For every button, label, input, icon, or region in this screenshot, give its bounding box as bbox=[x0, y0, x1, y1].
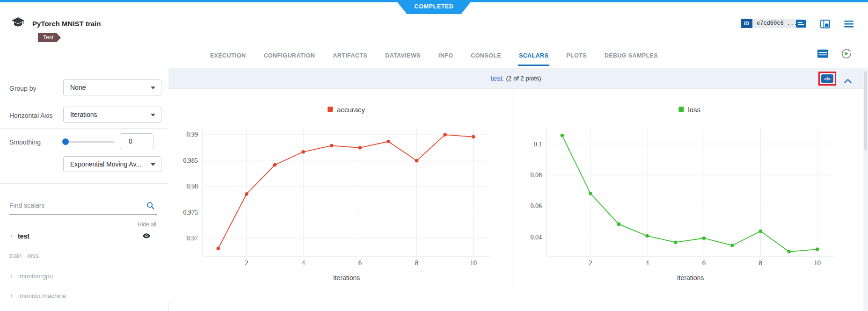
data-point[interactable] bbox=[301, 150, 305, 154]
svg-text:6: 6 bbox=[358, 259, 362, 267]
legend-item[interactable]: accuracy bbox=[328, 106, 365, 114]
svg-text:6: 6 bbox=[702, 259, 706, 267]
svg-text:4: 4 bbox=[645, 259, 649, 267]
svg-text:0.04: 0.04 bbox=[531, 234, 542, 241]
plot-group-title[interactable]: test bbox=[491, 74, 503, 83]
divider bbox=[0, 183, 168, 184]
sidebar-item-test[interactable]: › test bbox=[0, 231, 168, 243]
tab-execution[interactable]: EXECUTION bbox=[209, 45, 247, 65]
svg-text:4: 4 bbox=[301, 259, 305, 267]
data-point[interactable] bbox=[674, 240, 678, 244]
tab-bar: EXECUTION CONFIGURATION ARTIFACTS DATAVI… bbox=[0, 45, 868, 66]
data-point[interactable] bbox=[561, 134, 564, 137]
chevron-up-icon[interactable] bbox=[844, 77, 852, 85]
side-panel-icon[interactable] bbox=[820, 20, 830, 30]
experiment-id[interactable]: ID e7cd60c6 ... bbox=[741, 19, 801, 28]
scalar-search bbox=[9, 199, 157, 215]
sidebar-item-monitor-machine[interactable]: › :monitor:machine bbox=[0, 291, 168, 303]
chevron-down-icon bbox=[151, 114, 155, 116]
data-point[interactable] bbox=[816, 247, 819, 251]
svg-text:10: 10 bbox=[470, 259, 477, 267]
tab-console[interactable]: CONSOLE bbox=[470, 45, 502, 65]
eye-icon[interactable] bbox=[142, 232, 151, 241]
data-point[interactable] bbox=[217, 247, 220, 251]
menu-icon[interactable] bbox=[844, 21, 853, 29]
data-point[interactable] bbox=[415, 159, 419, 163]
chevron-right-icon[interactable]: › bbox=[10, 272, 13, 280]
plot-group-count: (2 of 2 plots) bbox=[506, 75, 541, 82]
smoothing-value-input[interactable] bbox=[120, 133, 153, 149]
divider bbox=[168, 302, 863, 302]
series-line[interactable] bbox=[218, 135, 473, 248]
svg-text:0.06: 0.06 bbox=[531, 203, 542, 210]
data-point[interactable] bbox=[330, 144, 334, 148]
tree-item-label: test bbox=[18, 232, 29, 240]
tab-info[interactable]: INFO bbox=[438, 45, 454, 65]
tab-dataviews[interactable]: DATAVIEWS bbox=[384, 45, 422, 65]
data-point[interactable] bbox=[443, 133, 447, 137]
tab-artifacts[interactable]: ARTIFACTS bbox=[332, 45, 368, 65]
data-point[interactable] bbox=[387, 140, 390, 144]
refresh-icon[interactable] bbox=[841, 49, 852, 61]
svg-text:2: 2 bbox=[589, 259, 592, 267]
smoothing-type-select[interactable]: Exponential Moving Av... bbox=[63, 156, 161, 172]
loss-chart[interactable]: 0.040.060.080.1246810lossIterations bbox=[512, 89, 864, 295]
tab-plots[interactable]: PLOTS bbox=[565, 45, 588, 65]
data-point[interactable] bbox=[617, 223, 621, 226]
svg-text:8: 8 bbox=[759, 259, 762, 267]
comment-icon[interactable] bbox=[796, 20, 806, 30]
chart-svg[interactable]: 0.970.9750.980.9850.99246810accuracyIter… bbox=[168, 89, 512, 290]
x-axis-title: Iterations bbox=[333, 274, 360, 282]
data-point[interactable] bbox=[589, 192, 592, 195]
svg-text:0.1: 0.1 bbox=[534, 141, 542, 148]
data-point[interactable] bbox=[273, 163, 277, 167]
hide-all-button[interactable]: Hide all bbox=[138, 221, 156, 228]
tab-scalars[interactable]: SCALARS bbox=[518, 45, 549, 66]
tab-configuration[interactable]: CONFIGURATION bbox=[263, 45, 316, 65]
data-point[interactable] bbox=[645, 234, 649, 238]
group-by-value: None bbox=[70, 84, 86, 91]
tab-debug-samples[interactable]: DEBUG SAMPLES bbox=[604, 45, 659, 65]
smoothing-label: Smoothing bbox=[9, 138, 41, 146]
scalars-sidebar: Group by None Horizontal Axis Iterations… bbox=[0, 68, 169, 311]
svg-text:accuracy: accuracy bbox=[337, 106, 365, 114]
horizontal-axis-select[interactable]: Iterations bbox=[63, 107, 161, 123]
data-point[interactable] bbox=[358, 146, 362, 150]
table-view-icon[interactable] bbox=[817, 50, 828, 60]
x-axis-title: Iterations bbox=[677, 274, 704, 282]
svg-text:8: 8 bbox=[415, 259, 418, 267]
data-point[interactable] bbox=[759, 230, 763, 233]
series-line[interactable] bbox=[562, 136, 817, 252]
data-point[interactable] bbox=[730, 244, 734, 247]
sidebar-item-train-loss[interactable]: train - loss bbox=[0, 251, 168, 263]
search-icon[interactable] bbox=[146, 202, 155, 212]
svg-text:0.975: 0.975 bbox=[183, 209, 198, 216]
chevron-right-icon[interactable]: › bbox=[10, 291, 13, 299]
chevron-right-icon[interactable]: › bbox=[10, 231, 13, 239]
slider-thumb[interactable] bbox=[62, 138, 69, 145]
group-by-select[interactable]: None bbox=[63, 80, 161, 95]
data-point[interactable] bbox=[472, 135, 475, 139]
embed-code-icon[interactable]: </> bbox=[821, 74, 833, 83]
scrollbar-thumb[interactable] bbox=[864, 71, 867, 151]
smoothing-slider[interactable] bbox=[63, 141, 115, 143]
svg-text:10: 10 bbox=[814, 259, 821, 267]
data-point[interactable] bbox=[702, 236, 706, 240]
svg-text:0.97: 0.97 bbox=[187, 235, 198, 242]
smoothing-type-value: Exponential Moving Av... bbox=[70, 160, 141, 168]
legend-item[interactable]: loss bbox=[678, 106, 700, 114]
search-input[interactable] bbox=[9, 199, 140, 209]
id-value[interactable]: e7cd60c6 ... bbox=[752, 19, 801, 28]
experiment-tag[interactable]: Test bbox=[38, 33, 61, 42]
accuracy-chart[interactable]: 0.970.9750.980.9850.99246810accuracyIter… bbox=[168, 89, 512, 295]
sidebar-item-monitor-gpu[interactable]: › :monitor:gpu bbox=[0, 271, 168, 283]
svg-text:0.08: 0.08 bbox=[531, 172, 542, 179]
svg-text:0.98: 0.98 bbox=[187, 183, 198, 190]
data-point[interactable] bbox=[787, 250, 791, 253]
data-point[interactable] bbox=[245, 192, 248, 196]
svg-text:loss: loss bbox=[688, 106, 700, 114]
chart-svg[interactable]: 0.040.060.080.1246810lossIterations bbox=[512, 89, 863, 290]
vertical-scrollbar[interactable] bbox=[863, 68, 868, 311]
id-label: ID bbox=[741, 19, 752, 28]
horizontal-axis-value: Iterations bbox=[70, 111, 97, 118]
